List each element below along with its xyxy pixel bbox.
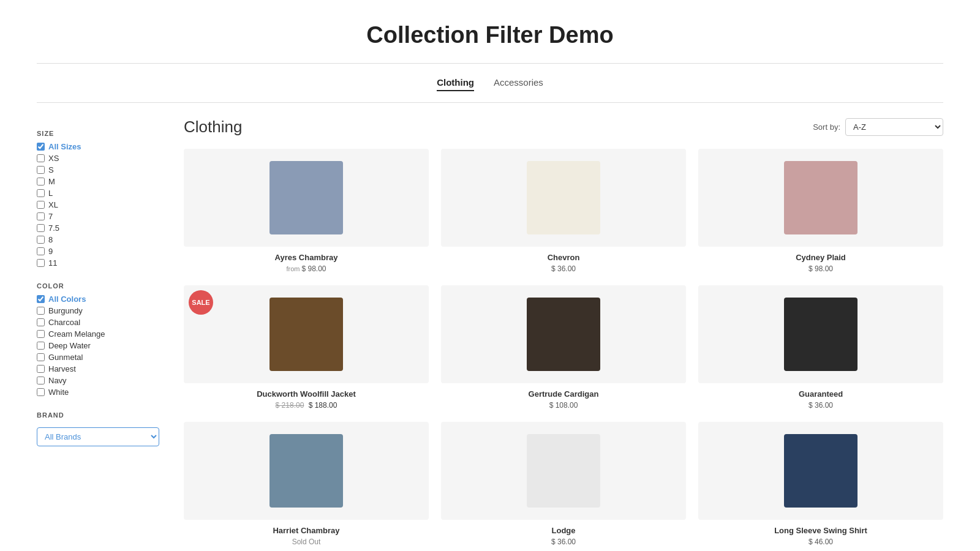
color-charcoal-label[interactable]: Charcoal (48, 318, 80, 327)
product-card-ayres-chambray[interactable]: Ayres Chambray from $ 98.00 (184, 149, 429, 273)
color-cream-label[interactable]: Cream Melange (48, 329, 105, 339)
color-filter-gunmetal[interactable]: Gunmetal (37, 353, 159, 362)
product-image-cydney-plaid (698, 149, 943, 247)
product-card-long-sleeve[interactable]: Long Sleeve Swing Shirt $ 46.00 (698, 422, 943, 546)
size-filter-all-sizes[interactable]: All Sizes (37, 142, 159, 151)
product-card-chevron[interactable]: Chevron $ 36.00 (441, 149, 686, 273)
product-name-gertrude: Gertrude Cardigan (529, 389, 599, 399)
color-navy-label[interactable]: Navy (48, 376, 67, 385)
color-all-label[interactable]: All Colors (48, 294, 86, 304)
size-8-label[interactable]: 8 (48, 235, 53, 244)
size-filter-l[interactable]: L (37, 189, 159, 198)
product-card-guaranteed[interactable]: Guaranteed $ 36.00 (698, 285, 943, 410)
product-price-long-sleeve: $ 46.00 (809, 538, 833, 546)
product-name-chevron: Chevron (548, 253, 580, 262)
size-filter-7-5[interactable]: 7.5 (37, 223, 159, 233)
size-8-checkbox[interactable] (37, 236, 45, 244)
price-value: $ 108.00 (549, 401, 578, 410)
price-value: $ 98.00 (302, 264, 326, 273)
size-filter-m[interactable]: M (37, 177, 159, 186)
color-navy-checkbox[interactable] (37, 377, 45, 384)
color-deep-water-checkbox[interactable] (37, 342, 45, 350)
size-filter-8[interactable]: 8 (37, 235, 159, 244)
size-filter-11[interactable]: 11 (37, 258, 159, 268)
size-filter-xs[interactable]: XS (37, 154, 159, 163)
product-image-duckworth: SALE (184, 285, 429, 383)
product-image-guaranteed (698, 285, 943, 383)
size-xs-checkbox[interactable] (37, 154, 45, 162)
size-m-checkbox[interactable] (37, 178, 45, 186)
color-burgundy-label[interactable]: Burgundy (48, 306, 83, 315)
brand-filter-header: BRAND (37, 411, 159, 419)
color-gunmetal-checkbox[interactable] (37, 353, 45, 361)
original-price: $ 218.00 (276, 401, 304, 410)
size-s-checkbox[interactable] (37, 166, 45, 174)
color-white-checkbox[interactable] (37, 388, 45, 396)
product-image-harriet (184, 422, 429, 520)
price-from-label: from (286, 265, 301, 272)
page-title: Collection Filter Demo (0, 0, 980, 63)
size-7-checkbox[interactable] (37, 212, 45, 220)
color-burgundy-checkbox[interactable] (37, 307, 45, 315)
brand-select[interactable]: All Brands (37, 427, 159, 446)
product-image-lodge (441, 422, 686, 520)
product-name-harriet: Harriet Chambray (273, 526, 339, 535)
size-7-5-label[interactable]: 7.5 (48, 223, 59, 233)
size-filter-s[interactable]: S (37, 165, 159, 174)
size-filter-9[interactable]: 9 (37, 247, 159, 256)
color-filter-burgundy[interactable]: Burgundy (37, 306, 159, 315)
size-filter-header: SIZE (37, 130, 159, 137)
size-11-checkbox[interactable] (37, 259, 45, 267)
product-price-lodge: $ 36.00 (551, 538, 576, 546)
size-filter-7[interactable]: 7 (37, 212, 159, 221)
size-9-checkbox[interactable] (37, 247, 45, 255)
size-filter-xl[interactable]: XL (37, 200, 159, 209)
product-name-ayres-chambray: Ayres Chambray (275, 253, 338, 262)
tab-clothing[interactable]: Clothing (437, 75, 474, 91)
size-l-label[interactable]: L (48, 189, 53, 198)
size-all-checkbox[interactable] (37, 143, 45, 151)
sort-select[interactable]: A-Z Z-A Price: Low to High Price: High t… (845, 118, 943, 136)
color-harvest-label[interactable]: Harvest (48, 364, 76, 373)
color-harvest-checkbox[interactable] (37, 365, 45, 373)
size-9-label[interactable]: 9 (48, 247, 53, 256)
color-filter-cream-melange[interactable]: Cream Melange (37, 329, 159, 339)
size-xl-checkbox[interactable] (37, 201, 45, 209)
product-image-ayres-chambray (184, 149, 429, 247)
product-price-duckworth: $ 218.00 $ 188.00 (276, 401, 337, 410)
color-white-label[interactable]: White (48, 388, 69, 397)
tab-accessories[interactable]: Accessories (494, 75, 543, 91)
price-value: $ 46.00 (809, 538, 833, 546)
product-card-harriet[interactable]: Harriet Chambray Sold Out (184, 422, 429, 546)
color-filter-harvest[interactable]: Harvest (37, 364, 159, 373)
product-sold-out-harriet: Sold Out (292, 538, 321, 546)
product-image-gertrude (441, 285, 686, 383)
products-title: Clothing (184, 118, 242, 137)
color-deep-water-label[interactable]: Deep Water (48, 341, 91, 350)
size-all-label[interactable]: All Sizes (48, 142, 81, 151)
product-card-lodge[interactable]: Lodge $ 36.00 (441, 422, 686, 546)
size-11-label[interactable]: 11 (48, 258, 57, 268)
size-xl-label[interactable]: XL (48, 200, 58, 209)
color-gunmetal-label[interactable]: Gunmetal (48, 353, 83, 362)
product-name-guaranteed: Guaranteed (799, 389, 843, 399)
sort-area: Sort by: A-Z Z-A Price: Low to High Pric… (813, 118, 943, 136)
color-filter-navy[interactable]: Navy (37, 376, 159, 385)
size-7-label[interactable]: 7 (48, 212, 53, 221)
size-xs-label[interactable]: XS (48, 154, 59, 163)
product-card-gertrude[interactable]: Gertrude Cardigan $ 108.00 (441, 285, 686, 410)
color-cream-checkbox[interactable] (37, 330, 45, 338)
color-filter-white[interactable]: White (37, 388, 159, 397)
size-7-5-checkbox[interactable] (37, 224, 45, 232)
product-card-cydney-plaid[interactable]: Cydney Plaid $ 98.00 (698, 149, 943, 273)
size-s-label[interactable]: S (48, 165, 54, 174)
product-card-duckworth[interactable]: SALE Duckworth Woolfill Jacket $ 218.00 … (184, 285, 429, 410)
color-charcoal-checkbox[interactable] (37, 318, 45, 326)
size-m-label[interactable]: M (48, 177, 55, 186)
color-filter-charcoal[interactable]: Charcoal (37, 318, 159, 327)
color-filter-deep-water[interactable]: Deep Water (37, 341, 159, 350)
product-name-duckworth: Duckworth Woolfill Jacket (257, 389, 356, 399)
size-l-checkbox[interactable] (37, 189, 45, 197)
color-filter-all[interactable]: All Colors (37, 294, 159, 304)
color-all-checkbox[interactable] (37, 295, 45, 303)
